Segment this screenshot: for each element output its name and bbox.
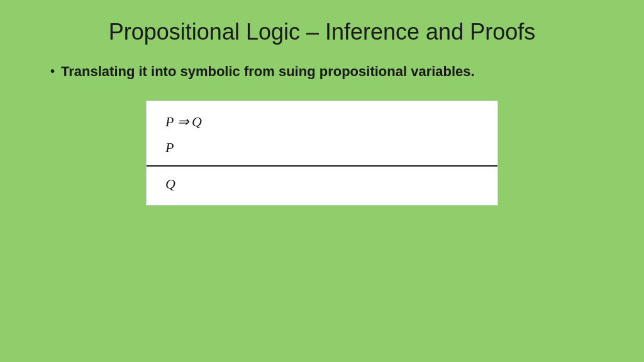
slide-title: Propositional Logic – Inference and Proo… xyxy=(31,19,613,45)
inference-premises: P ⇒ Q P xyxy=(147,101,497,165)
bullet-dot: • xyxy=(50,62,55,80)
bullet-item: • Translating it into symbolic from suin… xyxy=(50,61,613,82)
bullet-text: Translating it into symbolic from suing … xyxy=(61,61,613,82)
inference-box-container: P ⇒ Q P Q xyxy=(31,101,613,206)
premise-1: P ⇒ Q xyxy=(165,114,479,130)
bullet-section: • Translating it into symbolic from suin… xyxy=(31,61,613,82)
slide: Propositional Logic – Inference and Proo… xyxy=(0,0,644,362)
inference-box: P ⇒ Q P Q xyxy=(146,101,498,206)
inference-conclusion: Q xyxy=(147,167,497,205)
conclusion: Q xyxy=(165,176,175,192)
premise-2: P xyxy=(165,140,479,156)
